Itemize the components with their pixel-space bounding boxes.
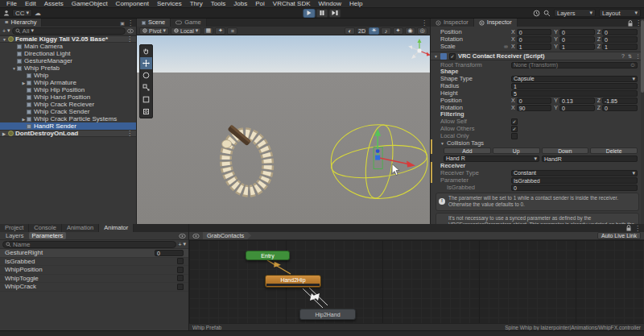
collision-tag-button[interactable]: Add <box>444 147 491 154</box>
account-dropdown[interactable]: CC▾ <box>12 9 32 17</box>
animator-parameter-row[interactable]: IsGrabbed <box>0 258 188 267</box>
scene-header[interactable]: ▼ Female Kiggy Tall V2.05 Base* ⋮ <box>0 35 136 43</box>
pin-icon[interactable]: ▣ <box>120 20 125 26</box>
animator-parameter-row[interactable]: WhipPosition <box>0 266 188 275</box>
foldout-arrow-icon[interactable]: ▶ <box>21 117 27 122</box>
menu-item[interactable]: Component <box>112 0 153 8</box>
pivot-toggle[interactable]: Pivot▾ <box>139 27 169 35</box>
eye-icon[interactable] <box>192 234 200 239</box>
scale-tool-button[interactable] <box>140 81 152 93</box>
menu-item[interactable]: Poi <box>251 0 269 8</box>
hierarchy-search-input[interactable]: All ▾ <box>12 27 126 35</box>
tab-animator[interactable]: Animator <box>99 224 134 232</box>
parameters-subtab[interactable]: Parameters <box>29 232 67 239</box>
hierarchy-item[interactable]: GestureManager <box>0 57 136 64</box>
collision-tag-field[interactable]: HandR <box>542 156 638 162</box>
tab-project[interactable]: Project <box>0 224 29 232</box>
vector-z-field[interactable]: 0 <box>602 29 638 35</box>
effects-dropdown[interactable]: ✦ <box>393 27 403 35</box>
menu-item[interactable]: Edit <box>21 0 40 8</box>
scene-viewport[interactable] <box>137 35 430 224</box>
state-node-entry[interactable]: Entry <box>246 251 290 260</box>
hand-tool-button[interactable] <box>140 45 152 57</box>
rotation-z-field[interactable]: 0 <box>602 105 638 111</box>
vector-z-field[interactable]: 0 <box>602 36 638 43</box>
step-button[interactable] <box>329 9 341 18</box>
lock-icon[interactable] <box>628 20 633 27</box>
menu-item[interactable]: Assets <box>40 0 68 8</box>
foldout-open-icon[interactable]: ▼ <box>2 37 8 42</box>
tab-inspector-1[interactable]: Inspector <box>431 19 474 27</box>
kebab-icon[interactable]: ⋮ <box>126 35 136 43</box>
collision-tag-dropdown[interactable]: Hand R▾ <box>444 156 539 162</box>
hierarchy-item[interactable]: Whip Hip Position <box>0 86 136 93</box>
vector-x-field[interactable]: 1 <box>517 44 552 50</box>
scene-picker-icon[interactable] <box>127 28 134 34</box>
vector-y-field[interactable]: 0 <box>559 36 595 43</box>
hierarchy-item[interactable]: HandR Sender <box>0 122 136 130</box>
collision-tag-button[interactable]: Down <box>542 147 589 154</box>
hierarchy-item[interactable]: ▼ Whip Prefab <box>0 64 136 72</box>
tab-scene[interactable]: Scene <box>137 19 171 27</box>
kebab-icon[interactable]: ⋮ <box>127 19 134 27</box>
gizmos-dropdown[interactable]: ◎ <box>417 27 427 35</box>
menu-item[interactable]: Window <box>315 0 345 8</box>
menu-item[interactable]: Thry <box>186 0 207 8</box>
vector-x-field[interactable]: 0 <box>517 29 552 35</box>
layout-dropdown[interactable]: Layout▾ <box>599 9 641 17</box>
foldout-arrow-icon[interactable]: ▼ <box>11 66 17 71</box>
menu-item[interactable]: Jobs <box>229 0 251 8</box>
parameter-search-input[interactable]: Name <box>2 241 176 248</box>
receiver-type-dropdown[interactable]: Constant▾ <box>511 170 638 176</box>
allow-self-checkbox[interactable]: ✓ <box>511 118 518 125</box>
local-only-checkbox[interactable] <box>511 133 518 139</box>
hierarchy-item[interactable]: Whip <box>0 72 136 79</box>
vector-y-field[interactable]: 1 <box>559 44 595 50</box>
parameter-value-field[interactable]: 0 <box>155 250 184 256</box>
animator-parameter-row[interactable]: GestureRight 0 <box>0 249 188 258</box>
hierarchy-item[interactable]: ▶ Whip Crack Particle Systems <box>0 115 136 122</box>
state-node-hand2hip[interactable]: Hand2Hip <box>265 275 321 288</box>
kebab-icon[interactable]: ⋮ <box>421 19 427 27</box>
vector-x-field[interactable]: 0 <box>517 36 552 43</box>
undo-history-icon[interactable] <box>533 10 540 17</box>
hierarchy-item[interactable]: Whip Crack Reciever <box>0 101 136 108</box>
collision-tag-button[interactable]: Delete <box>590 147 638 154</box>
eye-icon[interactable] <box>179 234 186 239</box>
layers-subtab[interactable]: Layers <box>2 232 27 239</box>
foldout-open-icon[interactable]: ▼ <box>434 54 438 59</box>
hierarchy-item[interactable]: ▶ Whip Armature <box>0 79 136 86</box>
menu-item[interactable]: VRChat SDK <box>269 0 315 8</box>
kebab-icon[interactable]: ⋮ <box>635 53 641 60</box>
2d-toggle[interactable]: 2D <box>357 27 367 35</box>
menu-item[interactable]: Tools <box>207 0 230 8</box>
hierarchy-item[interactable]: Directional Light <box>0 50 136 57</box>
foldout-arrow-icon[interactable]: ▶ <box>21 81 27 85</box>
parameter-checkbox[interactable] <box>177 258 184 264</box>
position-y-field[interactable]: 0.13 <box>559 97 595 104</box>
hierarchy-item[interactable]: Whip Hand Position <box>0 93 136 101</box>
allow-others-checkbox[interactable]: ✓ <box>511 126 518 132</box>
height-field[interactable]: 5 <box>511 90 638 97</box>
lighting-toggle[interactable]: ☀ <box>369 27 379 35</box>
tab-game[interactable]: Game <box>171 19 206 27</box>
rect-tool-button[interactable] <box>140 93 152 106</box>
auto-live-link-button[interactable]: Auto Live Link <box>597 232 641 239</box>
rotation-x-field[interactable]: 90 <box>517 105 552 111</box>
shape-type-dropdown[interactable]: Capsule▾ <box>511 76 638 82</box>
local-toggle[interactable]: Local▾ <box>171 27 201 35</box>
scale-link-icon[interactable]: ∞ <box>504 44 511 49</box>
vector-z-field[interactable]: 1 <box>602 44 638 50</box>
draw-mode-dropdown[interactable]: ◐ <box>345 27 355 35</box>
tab-hierarchy[interactable]: ≡Hierarchy <box>0 19 42 27</box>
menu-item[interactable]: File <box>2 0 21 8</box>
add-parameter-button[interactable]: + <box>178 242 181 247</box>
tab-animation[interactable]: Animation <box>62 224 99 232</box>
foldout-open-icon[interactable]: ▼ <box>440 141 444 146</box>
state-node-hip2hand[interactable]: Hip2Hand <box>299 309 356 320</box>
kebab-icon[interactable]: ⋮ <box>634 225 641 232</box>
collision-tag-button[interactable]: Up <box>493 147 540 154</box>
snap-settings-button[interactable]: ✦ <box>215 27 225 35</box>
hierarchy-item[interactable]: Main Camera <box>0 43 136 50</box>
animator-parameter-row[interactable]: WhipToggle <box>0 275 188 284</box>
